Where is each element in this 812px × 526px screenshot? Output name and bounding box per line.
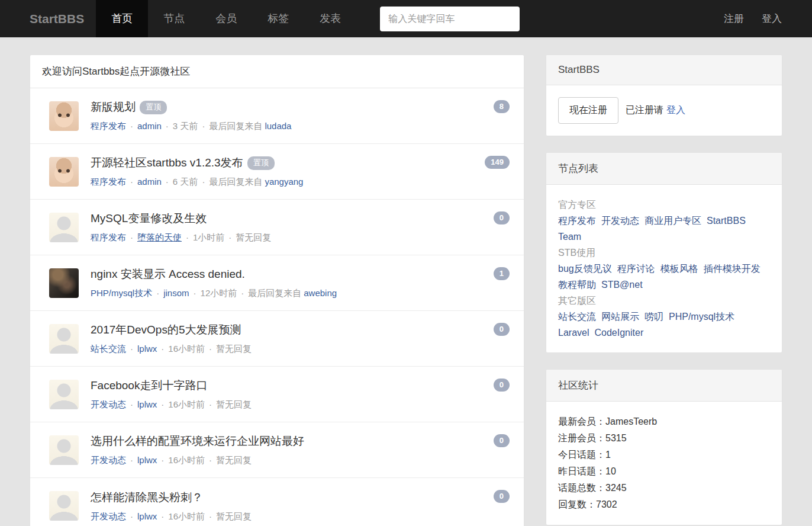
author-link[interactable]: jinsom [163,288,189,298]
nav-item-nodes[interactable]: 节点 [148,0,200,37]
stat-total-replies: 回复数：7302 [558,496,770,513]
stat-label: 昨日话题： [558,466,605,476]
register-panel: StartBBS 现在注册 已注册请 登入 [546,54,782,136]
topic-time: 16小时前 [168,455,205,465]
node-link[interactable]: 开发动态 [601,216,639,226]
nav-item-members[interactable]: 会员 [200,0,252,37]
no-reply-text: 暂无回复 [216,511,252,521]
topic-title[interactable]: 开源轻社区startbbs v1.2.3发布 [91,156,243,169]
last-reply-user[interactable]: yangyang [265,177,303,187]
pinned-badge: 置顶 [140,101,167,114]
stat-value: 10 [605,466,616,476]
nav-item-tags[interactable]: 标签 [252,0,304,37]
stat-topics-yesterday: 昨日话题：10 [558,463,770,480]
user-avatar[interactable] [49,268,79,298]
author-link[interactable]: admin [137,177,162,187]
separator-dot: · [209,511,212,521]
node-link[interactable]: 程序发布 [91,121,126,131]
node-link[interactable]: 站长交流 [558,312,596,322]
top-navbar: StartBBS 首页 节点 会员 标签 发表 注册 登入 [0,0,812,37]
topic-meta: 站长交流·lplwx·16小时前·暂无回复 [91,344,494,355]
topic-title[interactable]: 选用什么样的配置环境来运行企业网站最好 [91,435,304,447]
node-link[interactable]: 开发动态 [91,399,126,409]
topic-title[interactable]: MySQL变量修改及生效 [91,212,207,224]
nav-item-home[interactable]: 首页 [96,0,148,37]
stat-value: 7302 [596,499,617,509]
author-link[interactable]: lplwx [137,399,157,409]
login-link[interactable]: 登入 [753,0,791,37]
brand-logo[interactable]: StartBBS [30,0,84,37]
separator-dot: · [194,288,196,298]
user-avatar[interactable] [49,101,79,131]
separator-dot: · [209,344,212,354]
node-link[interactable]: PHP/mysql技术 [669,312,734,322]
last-reply-text: 最后回复来自 [209,177,262,187]
last-reply-user[interactable]: awebing [304,288,337,298]
node-link[interactable]: 插件模块开发 [704,264,761,274]
separator-dot: · [241,288,244,298]
node-link[interactable]: 程序发布 [558,216,596,226]
topic-title[interactable]: 新版规划 [91,101,136,113]
topic-title[interactable]: 怎样能清除黑头粉刺？ [91,491,203,503]
author-link[interactable]: lplwx [137,455,157,465]
node-link[interactable]: 程序讨论 [617,264,655,274]
node-link[interactable]: 模板风格 [660,264,698,274]
nodes-panel-title: 节点列表 [546,153,782,185]
node-link[interactable]: 开发动态 [91,511,126,521]
node-link[interactable]: 程序发布 [91,177,126,187]
user-avatar[interactable] [49,324,79,354]
register-link[interactable]: 注册 [715,0,753,37]
node-link[interactable]: STB@net [601,280,643,290]
user-avatar[interactable] [49,435,79,465]
node-link[interactable]: 网站展示 [601,312,639,322]
register-now-button[interactable]: 现在注册 [558,97,618,124]
separator-dot: · [156,288,159,298]
reply-count-badge: 0 [494,490,510,503]
topic-content: 开源轻社区startbbs v1.2.3发布置顶 程序发布·admin·6 天前… [91,155,485,188]
node-link[interactable]: 商业用户专区 [645,216,701,226]
node-link[interactable]: 程序发布 [91,232,126,242]
node-link[interactable]: 教程帮助 [558,280,596,290]
sidebar-login-link[interactable]: 登入 [666,104,685,117]
page-body: 欢迎访问Startbbs起点开源微社区 新版规划置顶 程序发布·admin·3 … [0,37,812,526]
stat-value: 1 [605,450,611,460]
node-link[interactable]: 站长交流 [91,344,126,354]
reply-count-badge: 0 [494,323,510,336]
separator-dot: · [202,121,205,131]
user-avatar[interactable] [49,157,79,187]
stat-value: JamesTeerb [605,416,657,426]
author-link[interactable]: lplwx [137,344,157,354]
separator-dot: · [186,232,189,242]
author-link[interactable]: lplwx [137,511,157,521]
topic-row: 新版规划置顶 程序发布·admin·3 天前·最后回复来自ludada 8 [30,88,524,144]
topic-title[interactable]: Facebook走到十字路口 [91,379,207,392]
user-avatar[interactable] [49,380,79,409]
node-category: 官方专区 [558,197,770,213]
separator-dot: · [161,344,164,354]
separator-dot: · [130,121,133,131]
separator-dot: · [130,455,133,465]
topic-content: 怎样能清除黑头粉刺？ 开发动态·lplwx·16小时前·暂无回复 [91,490,494,522]
user-avatar[interactable] [49,491,79,521]
node-link[interactable]: CodeIgniter [594,328,643,338]
topic-title[interactable]: 2017年DevOps的5大发展预测 [91,323,241,336]
node-link[interactable]: PHP/mysql技术 [91,288,152,298]
separator-dot: · [209,399,212,409]
user-avatar[interactable] [49,213,79,242]
search-input[interactable] [380,7,520,31]
author-link[interactable]: 堕落的天使 [137,232,182,242]
separator-dot: · [228,232,231,242]
topic-meta: 程序发布·admin·6 天前·最后回复来自yangyang [91,177,485,188]
separator-dot: · [166,121,169,131]
topic-row: MySQL变量修改及生效 程序发布·堕落的天使·1小时前·暂无回复 0 [30,200,524,255]
node-link[interactable]: 唠叨 [645,312,663,322]
node-link[interactable]: 开发动态 [91,455,126,465]
separator-dot: · [202,177,205,187]
last-reply-user[interactable]: ludada [265,121,291,131]
node-link[interactable]: bug反馈见议 [558,264,612,274]
reply-count-badge: 149 [485,156,510,169]
topic-title[interactable]: nginx 安装显示 Access denied. [91,268,245,280]
nav-item-post[interactable]: 发表 [304,0,356,37]
node-link[interactable]: Laravel [558,328,589,338]
author-link[interactable]: admin [137,121,162,131]
